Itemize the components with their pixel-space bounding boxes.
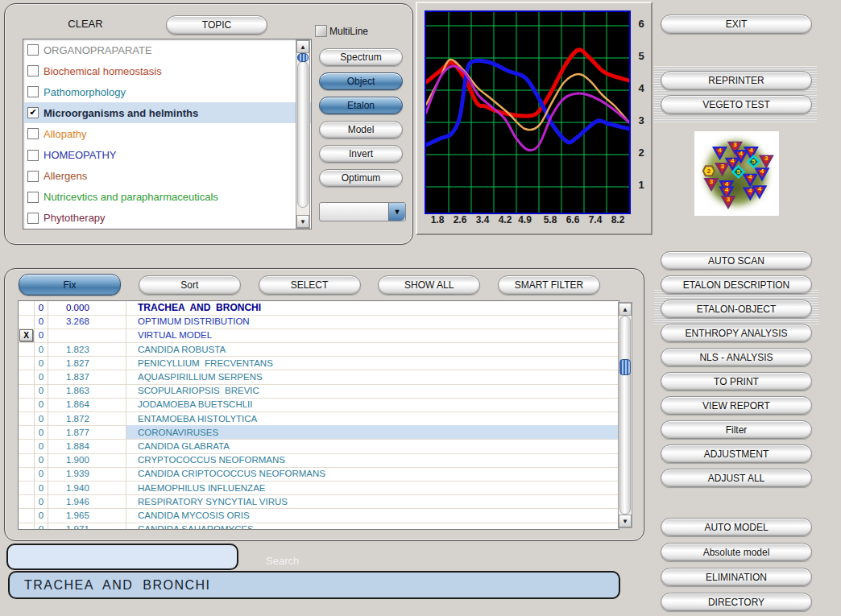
- unchecked-checkbox-icon[interactable]: [27, 150, 39, 161]
- table-row[interactable]: X0VIRTUAL MODEL: [19, 329, 619, 342]
- unchecked-checkbox-icon[interactable]: [27, 128, 39, 139]
- combobox-dropdown-icon[interactable]: ▼: [388, 203, 405, 221]
- toolbar-button-fix[interactable]: Fix: [19, 274, 121, 296]
- etalon-description-button[interactable]: ETALON DESCRIPTION: [661, 275, 812, 294]
- unchecked-checkbox-icon[interactable]: [27, 44, 39, 56]
- unchecked-checkbox-icon[interactable]: [27, 192, 39, 203]
- mode-button-optimum[interactable]: Optimum: [319, 169, 403, 187]
- y-axis-labels: 654321: [633, 10, 649, 211]
- scroll-thumb[interactable]: [297, 53, 309, 62]
- scroll-up-icon[interactable]: ▲: [619, 303, 632, 316]
- results-table[interactable]: 00.000TRACHEA AND BRONCHI03.268OPTIMUM D…: [18, 300, 619, 530]
- table-row[interactable]: 01.939CANDIDA CRIPTOCOCCUS NEOFORMANS: [19, 467, 619, 481]
- elimination-button[interactable]: ELIMINATION: [661, 568, 812, 586]
- row-x-cell: [19, 425, 35, 440]
- topic-label: Phytotherapy: [44, 212, 106, 224]
- view-report-button[interactable]: VIEW REPORT: [661, 396, 812, 415]
- scroll-down-icon[interactable]: ▼: [296, 215, 309, 228]
- table-row[interactable]: 01.965CANDIDA MYCOSIS ORIS: [19, 509, 619, 523]
- results-scrollbar[interactable]: ▲ ▼: [618, 302, 632, 528]
- reprinter-button[interactable]: REPRINTER: [661, 71, 812, 90]
- row-flag-cell: 0: [35, 425, 48, 440]
- mode-button-model[interactable]: Model: [319, 121, 403, 138]
- mode-button-invert[interactable]: Invert: [319, 145, 403, 163]
- search-button[interactable]: Search: [266, 555, 330, 567]
- etalon-combobox[interactable]: ▼: [319, 202, 406, 221]
- table-row[interactable]: 01.864JODAMOEBA BUETSCHLII: [19, 398, 619, 411]
- table-row[interactable]: 01.900CRYPTOCOCCUS NEOFORMANS: [19, 453, 619, 467]
- table-row[interactable]: 01.823CANDIDA ROBUSTA: [19, 343, 619, 357]
- table-row[interactable]: 01.971CANDIDA SAHAROMYCES: [19, 523, 619, 530]
- topic-list-item[interactable]: ORGANOPRAPARATE: [23, 39, 311, 60]
- table-row[interactable]: 01.837AQUASPIRILLIUM SERPENS: [19, 370, 619, 384]
- topic-button[interactable]: TOPIC: [166, 15, 267, 35]
- filter-button[interactable]: Filter: [661, 420, 812, 439]
- table-row[interactable]: 01.877CORONAVIRUSES: [19, 426, 619, 440]
- topic-list[interactable]: ORGANOPRAPARATEBiochemical homeostasisPa…: [23, 39, 312, 229]
- scroll-track[interactable]: [297, 61, 309, 208]
- checked-checkbox-icon[interactable]: ✔: [27, 107, 39, 118]
- table-row[interactable]: 01.872ENTAMOEBA HISTOLYTICA: [19, 412, 619, 426]
- remove-x-button[interactable]: X: [19, 329, 33, 341]
- scroll-up-icon[interactable]: ▲: [296, 40, 309, 53]
- toolbar-button-show-all[interactable]: SHOW ALL: [378, 275, 480, 295]
- topic-list-item[interactable]: Phytotherapy: [23, 208, 311, 229]
- unchecked-checkbox-icon[interactable]: [27, 171, 39, 182]
- organ-preview-image[interactable]: 344453432544344443: [694, 131, 779, 216]
- table-row[interactable]: 03.268OPTIMUM DISTRIBUTION: [19, 315, 619, 329]
- toolbar-button-smart-filter[interactable]: SMART FILTER: [498, 275, 600, 295]
- enthropy-analysis-button[interactable]: ENTHROPY ANALYSIS: [661, 324, 812, 342]
- hexagon-marker[interactable]: 2: [703, 166, 715, 176]
- topic-list-item[interactable]: Biochemical homeostasis: [23, 60, 311, 81]
- topic-list-scrollbar[interactable]: ▲ ▼: [296, 39, 310, 229]
- topic-list-item[interactable]: Allopathy: [23, 123, 311, 144]
- table-row[interactable]: 00.000TRACHEA AND BRONCHI: [19, 301, 619, 315]
- directory-button[interactable]: DIRECTORY: [661, 593, 812, 611]
- topic-list-item[interactable]: HOMEOPATHY: [23, 144, 311, 165]
- to-print-button[interactable]: TO PRINT: [661, 372, 812, 391]
- multiline-checkbox[interactable]: [315, 25, 327, 37]
- auto-scan-button[interactable]: AUTO SCAN: [661, 251, 812, 270]
- row-value-cell: 1.872: [48, 411, 126, 426]
- mode-button-spectrum[interactable]: Spectrum: [319, 48, 403, 66]
- topic-label: HOMEOPATHY: [44, 149, 117, 161]
- scroll-thumb[interactable]: [619, 359, 631, 375]
- topic-list-item[interactable]: Allergens: [23, 166, 311, 187]
- topic-list-item[interactable]: ✔Microorganisms and helminths: [23, 102, 311, 123]
- absolute-model-button[interactable]: Absolute model: [661, 543, 812, 561]
- y-tick-label: 1: [633, 179, 649, 191]
- search-input[interactable]: [6, 544, 238, 570]
- mode-button-object[interactable]: Object: [319, 72, 403, 90]
- table-row[interactable]: 01.946RESPIRATORY SYNCYTIAL VIRUS: [19, 495, 619, 509]
- adjust-all-button[interactable]: ADJUST ALL: [661, 469, 812, 487]
- auto-model-button[interactable]: AUTO MODEL: [661, 518, 812, 536]
- table-row[interactable]: 01.884CANDIDA GLABRATA: [19, 440, 619, 453]
- exit-button[interactable]: EXIT: [661, 14, 812, 34]
- scroll-track[interactable]: [619, 316, 631, 515]
- scroll-down-icon[interactable]: ▼: [619, 515, 632, 527]
- toolbar-button-sort[interactable]: Sort: [139, 275, 241, 295]
- vegeto-test-button[interactable]: VEGETO TEST: [661, 95, 812, 114]
- unchecked-checkbox-icon[interactable]: [27, 213, 39, 224]
- triangle-marker[interactable]: 3: [723, 196, 735, 208]
- table-row[interactable]: 01.940HAEMOPHILUS INFLUENZAE: [19, 481, 619, 494]
- row-value-cell: 1.939: [48, 467, 126, 482]
- table-row[interactable]: 01.827PENICYLLIUM FRECVENTANS: [19, 357, 619, 370]
- row-x-cell: X: [19, 329, 35, 343]
- mode-button-etalon[interactable]: Etalon: [319, 97, 403, 114]
- row-name-cell: CANDIDA GLABRATA: [126, 439, 619, 453]
- row-x-cell: [19, 453, 35, 468]
- adjustment-button[interactable]: ADJUSTMENT: [661, 444, 812, 463]
- topic-list-item[interactable]: Nutricevtics and parapharmaceuticals: [23, 187, 311, 208]
- svg-text:4: 4: [748, 173, 752, 180]
- clear-button[interactable]: CLEAR: [37, 18, 134, 30]
- unchecked-checkbox-icon[interactable]: [27, 86, 39, 97]
- toolbar-button-select[interactable]: SELECT: [259, 275, 361, 295]
- table-row[interactable]: 01.863SCOPULARIOPSIS BREVIC: [19, 384, 619, 398]
- etalon-object-button[interactable]: ETALON-OBJECT: [661, 300, 812, 318]
- unchecked-checkbox-icon[interactable]: [27, 65, 39, 76]
- topic-list-item[interactable]: Pathomorphology: [23, 81, 311, 102]
- nls-analysis-button[interactable]: NLS - ANALYSIS: [661, 348, 812, 366]
- x-tick-label: 7.4: [586, 214, 605, 225]
- x-axis-labels: 1.82.63.44.24.95.86.67.48.2: [426, 214, 629, 229]
